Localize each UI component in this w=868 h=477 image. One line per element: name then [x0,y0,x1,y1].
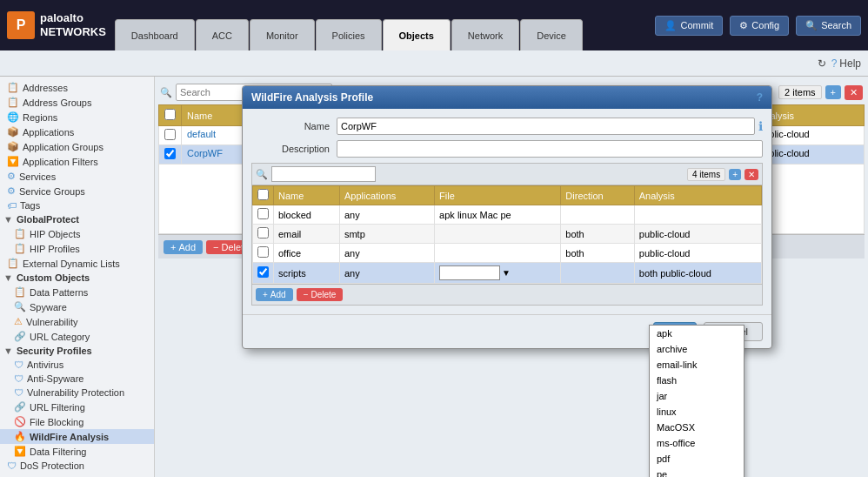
sidebar-item-dos-protection[interactable]: 🛡 DoS Protection [0,459,154,473]
sidebar-group-globalprotect[interactable]: ▼ GlobalProtect [0,212,154,226]
toolbar: ↻ ? Help [0,50,868,77]
tab-device[interactable]: Device [520,19,583,50]
inner-col-analysis: Analysis [634,186,761,205]
inner-row-check-1[interactable] [257,227,269,238]
dropdown-item-apk[interactable]: apk [650,326,744,341]
desc-input[interactable] [337,140,763,158]
inner-row-apps-0: any [339,205,434,225]
sidebar-item-tags[interactable]: 🏷 Tags [0,198,154,212]
logo: P paloalto NETWORKS [7,11,106,39]
name-input[interactable] [337,118,755,135]
sidebar-item-applications[interactable]: 📦 Applications [0,124,154,139]
top-navigation: P paloalto NETWORKS Dashboard ACC Monito… [0,0,868,50]
sidebar-label-hip-profiles: HIP Profiles [30,244,80,254]
antivirus-icon: 🛡 [14,359,23,370]
inner-row-blocked[interactable]: blocked any apk linux Mac pe [253,205,762,225]
inner-row-check-2[interactable] [257,246,269,258]
dropdown-item-pe[interactable]: pe [650,467,744,477]
info-icon: ℹ [758,119,763,133]
external-dynamic-icon: 📋 [7,258,19,269]
dropdown-item-email-link[interactable]: email-link [650,357,744,373]
sidebar-item-url-filtering[interactable]: 🔗 URL Filtering [0,400,154,414]
sidebar-item-addresses[interactable]: 📋 Addresses [0,80,154,95]
tab-dashboard[interactable]: Dashboard [115,19,195,50]
sidebar-item-data-patterns[interactable]: 📋 Data Patterns [0,285,154,299]
sidebar-label-external-dynamic: External Dynamic Lists [23,259,120,269]
inner-row-check-0[interactable] [257,208,269,219]
inner-add-button[interactable]: + Add [256,288,293,301]
inner-row-scripts[interactable]: scripts any ▼ [253,263,762,284]
sidebar-item-file-blocking[interactable]: 🚫 File Blocking [0,414,154,429]
dropdown-item-jar[interactable]: jar [650,388,744,404]
search-button[interactable]: 🔍 Search [796,16,861,36]
sidebar-item-service-groups[interactable]: ⚙ Service Groups [0,184,154,198]
inner-search-input[interactable] [271,166,376,182]
sidebar-item-vulnerability-protection[interactable]: 🛡 Vulnerability Protection [0,386,154,400]
modal-title: WildFire Analysis Profile [251,91,373,104]
sidebar-item-vulnerability[interactable]: ⚠ Vulnerability [0,314,154,329]
sidebar-label-data-patterns: Data Patterns [30,287,88,298]
dropdown-item-pdf[interactable]: pdf [650,451,744,467]
tab-objects[interactable]: Objects [383,19,451,50]
file-dropdown-arrow[interactable]: ▼ [502,268,511,278]
sidebar-item-services[interactable]: ⚙ Services [0,169,154,184]
inner-row-office[interactable]: office any both public-cloud [253,244,762,263]
sidebar: 📋 Addresses 📋 Address Groups 🌐 Regions 📦… [0,77,155,477]
inner-delete-button[interactable]: − Delete [297,288,344,301]
dropdown-item-macosx[interactable]: MacOSX [650,420,744,435]
sidebar-label-dos-protection: DoS Protection [20,460,84,471]
dropdown-item-ms-office[interactable]: ms-office [650,435,744,451]
inner-row-name-1: email [274,225,340,244]
sidebar-label-addresses: Addresses [23,83,68,93]
inner-row-check-3[interactable] [257,266,269,278]
sidebar-group-custom-objects[interactable]: ▼ Custom Objects [0,271,154,285]
dropdown-item-flash[interactable]: flash [650,373,744,388]
inner-col-name: Name [274,186,340,205]
main-content: 🔍 2 items + ✕ Name Location Rule Name Ap… [155,77,868,477]
sidebar-item-regions[interactable]: 🌐 Regions [0,110,154,124]
sidebar-item-wildfire-analysis[interactable]: 🔥 WildFire Analysis [0,429,154,444]
commit-label: Commit [680,20,713,30]
sidebar-item-hip-profiles[interactable]: 📋 HIP Profiles [0,241,154,256]
sidebar-item-url-category[interactable]: 🔗 URL Category [0,329,154,344]
inner-row-email[interactable]: email smtp both public-cloud [253,225,762,244]
sidebar-item-application-filters[interactable]: 🔽 Application Filters [0,154,154,169]
dropdown-item-linux[interactable]: linux [650,404,744,420]
sidebar-group-security-profiles[interactable]: ▼ Security Profiles [0,344,154,358]
nav-tabs: Dashboard ACC Monitor Policies Objects N… [115,0,656,50]
tab-monitor[interactable]: Monitor [250,19,315,50]
refresh-button[interactable]: ↻ [818,57,826,70]
commit-button[interactable]: 👤 Commit [655,16,723,36]
globalprotect-expand-icon: ▼ [3,214,13,225]
sidebar-item-anti-spyware[interactable]: 🛡 Anti-Spyware [0,372,154,386]
sidebar-item-application-groups[interactable]: 📦 Application Groups [0,139,154,154]
sidebar-item-external-dynamic[interactable]: 📋 External Dynamic Lists [0,256,154,271]
services-icon: ⚙ [7,171,16,182]
modal-help-icon[interactable]: ? [757,91,763,104]
file-type-input[interactable] [439,265,500,280]
tab-policies[interactable]: Policies [316,19,382,50]
file-type-dropdown: apk archive email-link flash jar linux M… [649,325,744,477]
sidebar-item-spyware[interactable]: 🔍 Spyware [0,299,154,314]
dropdown-item-archive[interactable]: archive [650,341,744,357]
sidebar-item-address-groups[interactable]: 📋 Address Groups [0,95,154,110]
inner-add-icon-btn[interactable]: + [729,169,741,180]
sidebar-item-hip-objects[interactable]: 📋 HIP Objects [0,226,154,241]
sidebar-item-data-filtering[interactable]: 🔽 Data Filtering [0,444,154,459]
inner-col-file: File [435,186,561,205]
inner-row-analysis-3: both public-cloud [634,263,761,284]
inner-select-all[interactable] [257,189,269,200]
sidebar-label-globalprotect: GlobalProtect [17,214,79,225]
inner-row-file-0: apk linux Mac pe [435,205,561,225]
help-icon: ? [831,57,838,70]
sidebar-label-file-blocking: File Blocking [30,417,83,427]
inner-delete-icon-btn[interactable]: ✕ [744,169,758,180]
custom-objects-expand-icon: ▼ [3,272,13,283]
config-button[interactable]: ⚙ Config [730,16,789,36]
tab-network[interactable]: Network [451,19,519,50]
sidebar-item-antivirus[interactable]: 🛡 Antivirus [0,358,154,372]
tab-acc[interactable]: ACC [196,19,249,50]
sidebar-label-anti-spyware: Anti-Spyware [27,373,83,384]
data-patterns-icon: 📋 [14,286,26,298]
help-button[interactable]: ? Help [831,57,861,70]
